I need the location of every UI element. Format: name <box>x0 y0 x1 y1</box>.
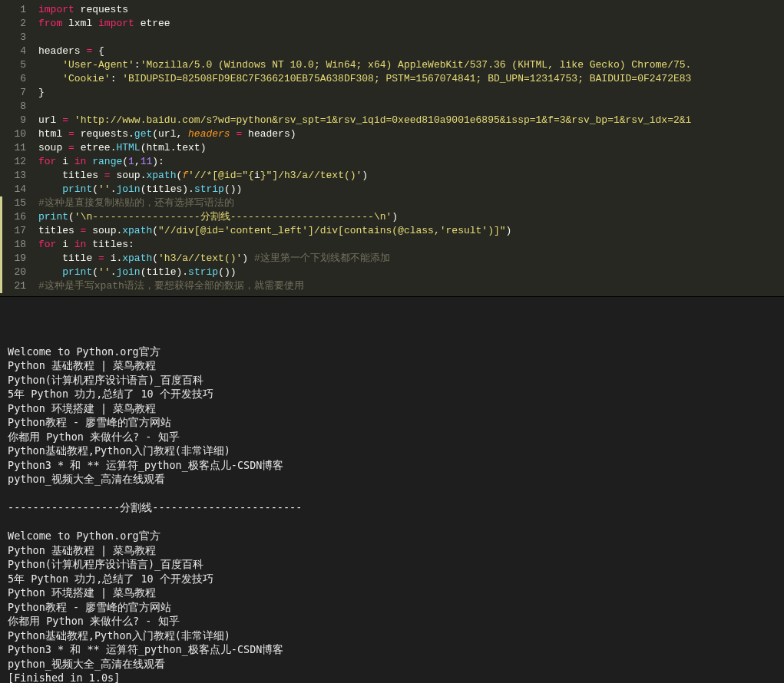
terminal-line: ------------------分割线-------------------… <box>8 500 776 515</box>
terminal-line: Python 环境搭建 | 菜鸟教程 <box>8 586 776 600</box>
edit-marker <box>0 279 2 293</box>
terminal-line <box>8 515 776 530</box>
line-number: 2 <box>0 17 26 31</box>
code-line[interactable]: html = requests.get(url, headers = heade… <box>38 127 784 141</box>
code-line[interactable]: headers = { <box>38 45 784 58</box>
code-line[interactable]: titles = soup.xpath(f'//*[@id="{i}"]/h3/… <box>38 169 784 183</box>
line-number: 10 <box>0 127 26 141</box>
line-number: 5 <box>0 58 26 72</box>
terminal-line: Python 基础教程 | 菜鸟教程 <box>8 543 776 558</box>
edit-marker <box>0 266 2 279</box>
code-line[interactable]: } <box>38 86 784 100</box>
terminal-line: python_视频大全_高清在线观看 <box>8 472 776 487</box>
edit-marker <box>0 224 2 238</box>
code-line[interactable] <box>38 31 784 45</box>
line-number: 19 <box>0 252 26 266</box>
line-number: 11 <box>0 141 26 155</box>
line-number: 7 <box>0 86 26 100</box>
terminal-line: Welcome to Python.org官方 <box>8 529 776 543</box>
terminal-line: 5年 Python 功力,总结了 10 个开发技巧 <box>8 387 776 401</box>
line-number: 20 <box>0 266 26 279</box>
terminal-line: Python3 * 和 ** 运算符_python_极客点儿-CSDN博客 <box>8 642 776 657</box>
terminal-line: Python 基础教程 | 菜鸟教程 <box>8 358 776 373</box>
terminal-line: 你都用 Python 来做什么? - 知乎 <box>8 614 776 629</box>
line-number: 8 <box>0 100 26 114</box>
code-line[interactable]: 'User-Agent':'Mozilla/5.0 (Windows NT 10… <box>38 58 784 72</box>
line-number: 18 <box>0 238 26 252</box>
code-line[interactable]: soup = etree.HTML(html.text) <box>38 141 784 155</box>
line-number: 6 <box>0 72 26 86</box>
terminal-line: Python教程 - 廖雪峰的官方网站 <box>8 415 776 430</box>
line-number: 14 <box>0 183 26 196</box>
code-line[interactable]: print('\n------------------分割线----------… <box>38 210 784 224</box>
line-number-gutter: 123456789101112131415161718192021 <box>0 0 32 296</box>
terminal-line: Python(计算机程序设计语言)_百度百科 <box>8 373 776 388</box>
terminal-line: python_视频大全_高清在线观看 <box>8 657 776 671</box>
code-line[interactable] <box>38 100 784 114</box>
terminal-line: Python(计算机程序设计语言)_百度百科 <box>8 557 776 572</box>
line-number: 4 <box>0 45 26 58</box>
code-line[interactable]: titles = soup.xpath("//div[@id='content_… <box>38 224 784 238</box>
line-number: 13 <box>0 169 26 183</box>
terminal-line: Python3 * 和 ** 运算符_python_极客点儿-CSDN博客 <box>8 458 776 473</box>
code-line[interactable]: import requests <box>38 3 784 17</box>
code-line[interactable]: print(''.join(title).strip()) <box>38 266 784 279</box>
code-line[interactable]: print(''.join(titles).strip()) <box>38 183 784 196</box>
terminal-line: 你都用 Python 来做什么? - 知乎 <box>8 430 776 444</box>
line-number: 15 <box>0 196 26 210</box>
terminal-line: 5年 Python 功力,总结了 10 个开发技巧 <box>8 572 776 586</box>
edit-marker <box>0 196 2 210</box>
code-line[interactable]: title = i.xpath('h3/a//text()') #这里第一个下划… <box>38 252 784 266</box>
line-number: 1 <box>0 3 26 17</box>
terminal-line: Python 环境搭建 | 菜鸟教程 <box>8 401 776 416</box>
code-line[interactable]: for i in range(1,11): <box>38 155 784 169</box>
terminal-line: [Finished in 1.0s] <box>8 671 776 683</box>
edit-marker <box>0 252 2 266</box>
code-line[interactable]: url = 'http://www.baidu.com/s?wd=python&… <box>38 114 784 127</box>
code-line[interactable]: 'Cookie': 'BIDUPSID=82508FD9E8C7F366210E… <box>38 72 784 86</box>
terminal-line: Python基础教程,Python入门教程(非常详细) <box>8 629 776 643</box>
terminal-line <box>8 330 776 345</box>
code-line[interactable]: for i in titles: <box>38 238 784 252</box>
line-number: 9 <box>0 114 26 127</box>
code-line[interactable]: #这种是直接复制粘贴的，还有选择写语法的 <box>38 196 784 210</box>
line-number: 3 <box>0 31 26 45</box>
edit-marker <box>0 210 2 224</box>
terminal-line: Welcome to Python.org官方 <box>8 345 776 359</box>
line-number: 17 <box>0 224 26 238</box>
terminal-line: Python教程 - 廖雪峰的官方网站 <box>8 600 776 615</box>
code-line[interactable]: #这种是手写xpath语法，要想获得全部的数据，就需要使用 <box>38 279 784 293</box>
line-number: 21 <box>0 279 26 293</box>
code-line[interactable]: from lxml import etree <box>38 17 784 31</box>
line-number: 16 <box>0 210 26 224</box>
code-area[interactable]: import requestsfrom lxml import etreehea… <box>32 0 784 296</box>
output-terminal[interactable]: Welcome to Python.org官方Python 基础教程 | 菜鸟教… <box>0 297 784 683</box>
terminal-line <box>8 487 776 501</box>
line-number: 12 <box>0 155 26 169</box>
code-editor[interactable]: 123456789101112131415161718192021 import… <box>0 0 784 296</box>
edit-marker <box>0 238 2 252</box>
terminal-line: Python基础教程,Python入门教程(非常详细) <box>8 444 776 458</box>
